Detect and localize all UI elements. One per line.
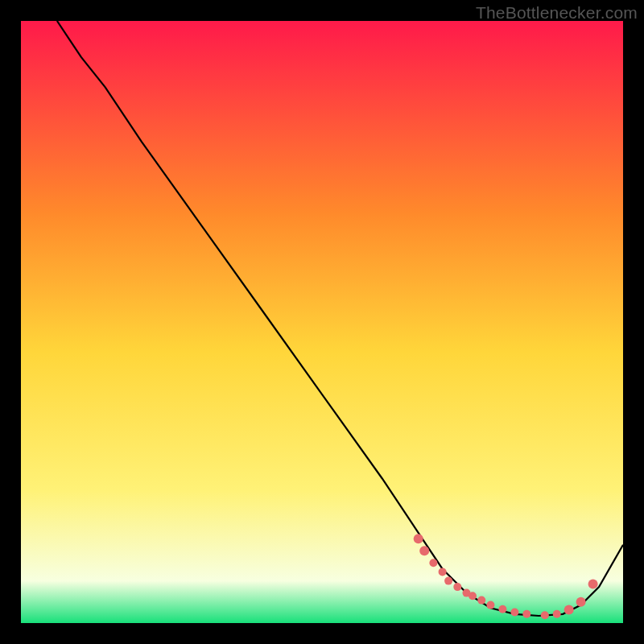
watermark-text: TheBottlenecker.com: [476, 3, 638, 23]
data-marker: [510, 609, 518, 617]
data-marker: [498, 605, 506, 613]
data-marker: [477, 597, 485, 605]
data-marker: [553, 610, 561, 618]
data-marker: [541, 611, 549, 619]
data-marker: [429, 559, 437, 567]
data-marker: [564, 605, 574, 615]
data-marker: [414, 534, 423, 543]
data-marker: [453, 583, 461, 591]
data-marker: [444, 577, 452, 585]
data-marker: [469, 592, 477, 600]
chart-svg: [21, 21, 623, 623]
gradient-background: [21, 21, 623, 623]
data-marker: [439, 568, 447, 576]
data-marker: [588, 579, 598, 588]
data-marker: [486, 601, 494, 609]
data-marker: [419, 546, 429, 555]
data-marker: [522, 610, 530, 618]
data-marker: [576, 597, 586, 607]
chart-container: TheBottlenecker.com: [0, 0, 644, 644]
plot-area: [21, 21, 623, 623]
